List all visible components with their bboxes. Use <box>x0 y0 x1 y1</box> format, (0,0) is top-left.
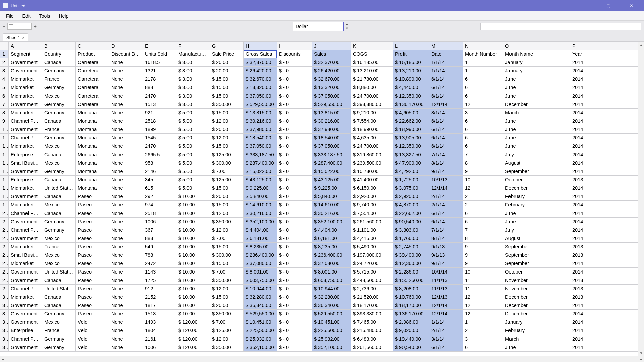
cell[interactable]: 2470 <box>143 92 176 100</box>
cell[interactable]: $ 1,725.00 <box>393 176 429 184</box>
cell[interactable]: Midmarket <box>9 83 42 92</box>
cell[interactable]: $ 6,150.00 <box>351 184 393 192</box>
cell[interactable]: $ 216,480.00 <box>351 326 393 335</box>
cell[interactable]: $ 300.00 <box>210 251 244 259</box>
cell[interactable]: 3/1/14 <box>429 109 463 117</box>
cell[interactable]: $ - 0 <box>277 218 312 226</box>
cell[interactable]: Government <box>9 268 42 276</box>
cell[interactable]: $ 529,550.00 <box>312 100 351 109</box>
minimize-button[interactable]: — <box>579 2 592 10</box>
cell[interactable]: Government <box>9 276 42 285</box>
cell[interactable]: Velo <box>76 318 109 326</box>
cell[interactable]: Germany <box>42 134 76 142</box>
cell[interactable]: 9/1/13 <box>429 243 463 251</box>
cell[interactable]: 9 <box>463 259 503 268</box>
row-header[interactable]: 26 <box>0 259 9 268</box>
cell[interactable]: 2014 <box>570 100 644 109</box>
cell[interactable]: $ 120.00 <box>176 335 210 343</box>
cell[interactable]: $ 12.00 <box>210 226 244 234</box>
cell[interactable]: October <box>503 268 570 276</box>
cell[interactable]: $ 37,980.00 <box>244 125 277 134</box>
cell[interactable]: Month Number <box>463 50 503 58</box>
cell[interactable]: Government <box>9 100 42 109</box>
cell[interactable]: Paseo <box>76 234 109 243</box>
cell[interactable]: 6/1/14 <box>429 209 463 218</box>
cell[interactable]: 1/1/14 <box>429 67 463 75</box>
cell[interactable]: $ 15.00 <box>210 142 244 150</box>
row-header[interactable]: 36 <box>0 343 9 352</box>
row-header[interactable]: 7 <box>0 100 9 109</box>
cell[interactable]: None <box>109 268 143 276</box>
cell[interactable]: 2014 <box>570 134 644 142</box>
cell[interactable]: $ 8,208.00 <box>393 285 429 293</box>
cell[interactable]: $ 120.00 <box>176 343 210 352</box>
cell[interactable]: Midmarket <box>9 243 42 251</box>
cell[interactable]: $ 5.00 <box>176 134 210 142</box>
cell[interactable]: Montana <box>76 117 109 125</box>
column-header-L[interactable]: L <box>393 42 429 50</box>
cell[interactable]: January <box>503 67 570 75</box>
cell[interactable]: $ 14,610.00 <box>312 201 351 209</box>
cell[interactable]: Germany <box>42 343 76 352</box>
cell[interactable]: 6 <box>463 92 503 100</box>
cell[interactable]: Midmarket <box>9 293 42 301</box>
cell[interactable]: None <box>109 142 143 150</box>
cell[interactable]: Channel Par... <box>9 117 42 125</box>
cell[interactable]: 1143 <box>143 268 176 276</box>
cell[interactable]: Germany <box>42 335 76 343</box>
cell[interactable]: Mexico <box>42 159 76 167</box>
cell[interactable]: Montana <box>76 142 109 150</box>
cell[interactable]: $ 12.00 <box>210 335 244 343</box>
cell[interactable]: Government <box>9 67 42 75</box>
cell[interactable]: $ 7.00 <box>210 167 244 176</box>
cell[interactable]: Paseo <box>76 192 109 201</box>
cell[interactable]: 2014 <box>570 167 644 176</box>
cell[interactable]: $ 287,400.00 <box>312 159 351 167</box>
scroll-right-icon[interactable]: ▸ <box>638 357 644 362</box>
cell[interactable]: 2014 <box>570 335 644 343</box>
cell[interactable]: None <box>109 125 143 134</box>
cell[interactable]: Canada <box>42 301 76 310</box>
cell[interactable]: 6/1/14 <box>429 125 463 134</box>
cell[interactable]: Germany <box>42 109 76 117</box>
cell[interactable]: None <box>109 167 143 176</box>
cell[interactable]: $ - 0 <box>277 310 312 318</box>
cell[interactable]: $ 32,280.00 <box>312 293 351 301</box>
cell[interactable]: 1513 <box>143 100 176 109</box>
cell[interactable]: $ 6,483.00 <box>351 335 393 343</box>
cell[interactable]: Canada <box>42 150 76 159</box>
cell[interactable]: $ 3.00 <box>176 83 210 92</box>
cell[interactable]: $ 529,550.00 <box>312 310 351 318</box>
row-header[interactable]: 1 <box>0 50 9 58</box>
cell[interactable]: $ 4,605.00 <box>393 109 429 117</box>
cell[interactable]: 2014 <box>570 343 644 352</box>
cell[interactable]: None <box>109 58 143 67</box>
cell[interactable]: September <box>503 167 570 176</box>
cell[interactable]: Carretera <box>76 100 109 109</box>
cell[interactable]: $ 37,050.00 <box>312 92 351 100</box>
cell[interactable]: Carretera <box>76 92 109 100</box>
cell[interactable]: $ 16,185.00 <box>393 58 429 67</box>
cell[interactable]: 1545 <box>143 134 176 142</box>
cell[interactable]: $ 333,187.50 <box>312 150 351 159</box>
cell[interactable]: $ 2,745.00 <box>393 243 429 251</box>
cell[interactable]: $ 10.00 <box>176 192 210 201</box>
cell[interactable]: $ 32,670.00 <box>244 75 277 83</box>
cell[interactable]: July <box>503 150 570 159</box>
cell[interactable]: 7 <box>463 150 503 159</box>
cell[interactable]: $ 4,415.00 <box>351 234 393 243</box>
cell[interactable]: Montana <box>76 150 109 159</box>
cell[interactable]: 1725 <box>143 276 176 285</box>
cell[interactable]: Carretera <box>76 58 109 67</box>
cell[interactable]: Montana <box>76 184 109 192</box>
cell[interactable]: 2014 <box>570 301 644 310</box>
cell[interactable]: $ 350.00 <box>210 100 244 109</box>
cell[interactable]: 1/1/14 <box>429 318 463 326</box>
column-header-D[interactable]: D <box>109 42 143 50</box>
cell[interactable]: Government <box>9 318 42 326</box>
cell[interactable]: $ - 0 <box>277 335 312 343</box>
cell[interactable]: None <box>109 251 143 259</box>
cell[interactable]: $ 15.00 <box>210 201 244 209</box>
column-header-A[interactable]: A <box>9 42 42 50</box>
cell[interactable]: 2/1/14 <box>429 326 463 335</box>
